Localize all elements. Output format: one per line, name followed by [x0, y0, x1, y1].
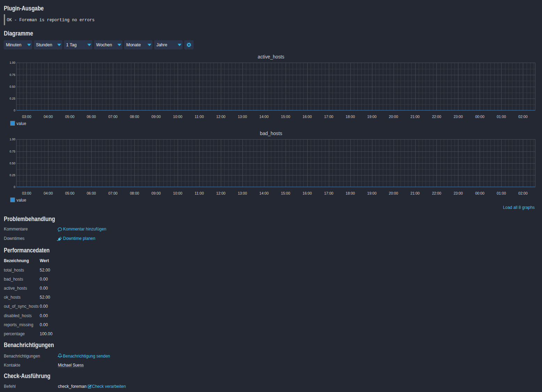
svg-text:Michael Suess: Michael Suess — [58, 363, 84, 368]
svg-text:02:00: 02:00 — [518, 115, 528, 119]
svg-text:0: 0 — [14, 109, 15, 112]
svg-text:21:00: 21:00 — [410, 115, 420, 119]
svg-text:reports_missing: reports_missing — [4, 322, 33, 327]
svg-text:Plugin-Ausgabe: Plugin-Ausgabe — [4, 5, 44, 12]
svg-text:22:00: 22:00 — [432, 191, 441, 195]
svg-text:Load all 8 graphs: Load all 8 graphs — [503, 205, 535, 210]
svg-text:1.00: 1.00 — [9, 61, 15, 64]
svg-text:total_hosts: total_hosts — [4, 268, 24, 273]
svg-text:disabled_hosts: disabled_hosts — [4, 313, 32, 318]
svg-text:0.50: 0.50 — [9, 85, 15, 88]
svg-text:15:00: 15:00 — [281, 115, 291, 119]
svg-text:20:00: 20:00 — [389, 191, 398, 195]
svg-text:Downtimes: Downtimes — [4, 236, 24, 241]
svg-text:Wert: Wert — [40, 258, 49, 263]
svg-text:08:00: 08:00 — [130, 191, 139, 195]
svg-text:ok_hosts: ok_hosts — [4, 295, 21, 300]
svg-text:10:00: 10:00 — [173, 191, 183, 195]
svg-text:Stunden: Stunden — [36, 42, 52, 47]
svg-text:0.75: 0.75 — [9, 150, 15, 153]
svg-text:out_of_sync_hosts: out_of_sync_hosts — [4, 304, 39, 309]
svg-text:14:00: 14:00 — [260, 191, 269, 195]
svg-text:04:00: 04:00 — [44, 115, 53, 119]
svg-text:0.75: 0.75 — [9, 73, 15, 77]
svg-text:21:00: 21:00 — [410, 191, 420, 195]
svg-text:value: value — [16, 198, 26, 203]
svg-text:00:00: 00:00 — [475, 115, 485, 119]
svg-text:active_hosts: active_hosts — [258, 54, 285, 60]
svg-text:active_hosts: active_hosts — [4, 286, 27, 291]
svg-text:03:00: 03:00 — [22, 191, 31, 195]
svg-text:13:00: 13:00 — [238, 191, 247, 195]
svg-text:Check verarbeiten: Check verarbeiten — [92, 384, 126, 389]
svg-text:23:00: 23:00 — [454, 115, 463, 119]
svg-text:0.00: 0.00 — [40, 286, 48, 291]
svg-text:11:00: 11:00 — [195, 191, 204, 195]
svg-text:bad_hosts: bad_hosts — [260, 131, 282, 136]
svg-text:05:00: 05:00 — [65, 115, 75, 119]
svg-text:0.25: 0.25 — [9, 97, 15, 100]
svg-text:06:00: 06:00 — [87, 191, 96, 195]
svg-text:0.00: 0.00 — [40, 322, 48, 327]
svg-text:04:00: 04:00 — [44, 191, 53, 195]
svg-text:05:00: 05:00 — [65, 191, 75, 195]
svg-text:16:00: 16:00 — [303, 115, 312, 119]
svg-text:19:00: 19:00 — [367, 115, 377, 119]
svg-text:15:00: 15:00 — [281, 191, 291, 195]
svg-text:bad_hosts: bad_hosts — [4, 277, 23, 282]
svg-text:OK - Foreman is reporting no e: OK - Foreman is reporting no errors — [7, 18, 95, 23]
svg-text:52.00: 52.00 — [40, 268, 50, 273]
svg-text:0.00: 0.00 — [40, 277, 48, 282]
svg-text:Jahre: Jahre — [156, 42, 167, 47]
svg-text:14:00: 14:00 — [260, 115, 269, 119]
svg-text:03:00: 03:00 — [22, 115, 31, 119]
svg-text:Befehl: Befehl — [4, 384, 16, 389]
svg-text:1.00: 1.00 — [9, 138, 15, 141]
svg-text:08:00: 08:00 — [130, 115, 139, 119]
svg-text:0.25: 0.25 — [9, 173, 15, 177]
svg-text:Performancedaten: Performancedaten — [4, 247, 50, 254]
svg-text:01:00: 01:00 — [497, 115, 506, 119]
svg-text:0.00: 0.00 — [40, 304, 48, 309]
svg-text:02:00: 02:00 — [518, 191, 528, 195]
svg-text:18:00: 18:00 — [346, 191, 355, 195]
svg-text:Kommentare: Kommentare — [4, 227, 28, 232]
svg-text:52.00: 52.00 — [40, 295, 50, 300]
svg-text:100.00: 100.00 — [40, 331, 53, 336]
svg-text:Kontakte: Kontakte — [4, 363, 21, 368]
svg-text:11:00: 11:00 — [195, 115, 204, 119]
svg-text:Benachrichtigungen: Benachrichtigungen — [4, 342, 54, 348]
svg-text:Minuten: Minuten — [6, 42, 22, 47]
svg-text:Benachrichtigungen: Benachrichtigungen — [4, 354, 40, 359]
svg-text:Check-Ausführung: Check-Ausführung — [4, 373, 51, 379]
svg-text:1 Tag: 1 Tag — [66, 42, 77, 47]
svg-text:07:00: 07:00 — [108, 115, 118, 119]
svg-text:0.50: 0.50 — [9, 162, 15, 165]
svg-text:00:00: 00:00 — [475, 191, 485, 195]
svg-text:20:00: 20:00 — [389, 115, 398, 119]
svg-text:17:00: 17:00 — [324, 115, 333, 119]
svg-text:13:00: 13:00 — [238, 115, 247, 119]
svg-text:12:00: 12:00 — [216, 191, 226, 195]
svg-text:Kommentar hinzufügen: Kommentar hinzufügen — [63, 227, 106, 232]
svg-text:0: 0 — [14, 185, 15, 189]
svg-text:Benachrichtigung senden: Benachrichtigung senden — [63, 354, 110, 359]
svg-text:09:00: 09:00 — [152, 115, 161, 119]
svg-text:16:00: 16:00 — [303, 191, 312, 195]
svg-text:Problembehandlung: Problembehandlung — [4, 215, 55, 222]
svg-text:22:00: 22:00 — [432, 115, 441, 119]
svg-text:percentage: percentage — [4, 331, 25, 336]
svg-text:Bezeichnung: Bezeichnung — [4, 258, 29, 263]
svg-text:23:00: 23:00 — [454, 191, 463, 195]
svg-text:Diagramme: Diagramme — [4, 30, 33, 37]
svg-text:09:00: 09:00 — [152, 191, 161, 195]
svg-text:check_foreman: check_foreman — [58, 384, 86, 389]
svg-text:19:00: 19:00 — [367, 191, 377, 195]
svg-text:value: value — [16, 121, 26, 126]
svg-text:01:00: 01:00 — [497, 191, 506, 195]
svg-text:07:00: 07:00 — [108, 191, 118, 195]
svg-text:Downtime planen: Downtime planen — [63, 236, 95, 241]
svg-text:10:00: 10:00 — [173, 115, 183, 119]
svg-text:0.00: 0.00 — [40, 313, 48, 318]
svg-text:06:00: 06:00 — [87, 115, 96, 119]
